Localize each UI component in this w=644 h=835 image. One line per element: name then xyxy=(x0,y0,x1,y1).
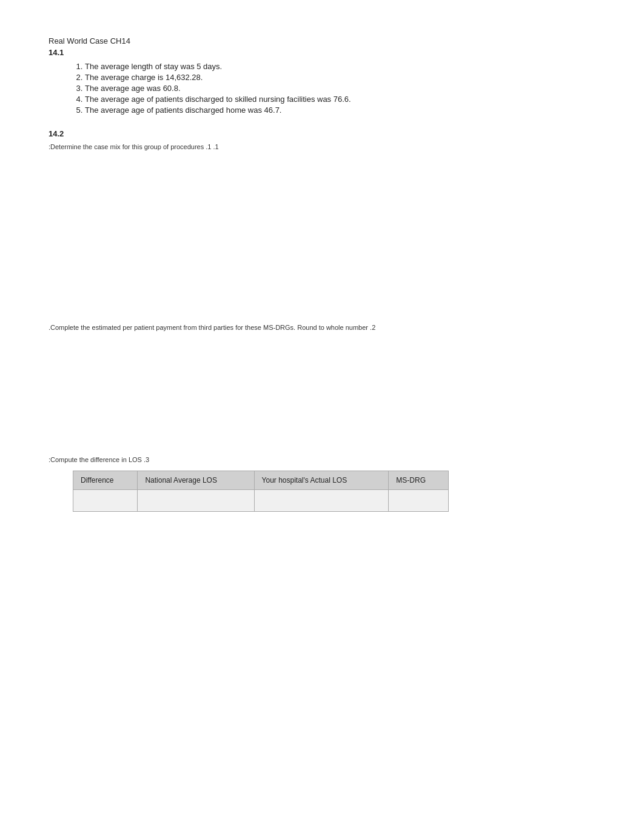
los-table: Difference National Average LOS Your hos… xyxy=(73,471,449,512)
instruction-case-mix: :Determine the case mix for this group o… xyxy=(49,143,595,150)
cell-difference xyxy=(73,490,138,512)
real-world-title: Real World Case CH14 xyxy=(49,36,595,45)
section-14-2-label: 14.2 xyxy=(49,129,595,138)
list-item-4: The average age of patients discharged t… xyxy=(85,95,595,104)
col-header-national-avg-los: National Average LOS xyxy=(138,471,254,490)
cell-actual-los xyxy=(254,490,389,512)
instruction-payment: .Complete the estimated per patient paym… xyxy=(49,324,595,331)
col-header-difference: Difference xyxy=(73,471,138,490)
list-item-5: The average age of patients discharged h… xyxy=(85,106,595,115)
table-row xyxy=(73,490,449,512)
cell-ms-drg xyxy=(389,490,449,512)
col-header-ms-drg: MS-DRG xyxy=(389,471,449,490)
section-14-1-label: 14.1 xyxy=(49,48,595,57)
list-item-2: The average charge is 14,632.28. xyxy=(85,73,595,82)
instruction-los: :Compute the difference in LOS .3 xyxy=(49,456,595,463)
section-14-1-list: The average length of stay was 5 days. T… xyxy=(85,62,595,115)
col-header-actual-los: Your hospital's Actual LOS xyxy=(254,471,389,490)
list-item-3: The average age was 60.8. xyxy=(85,84,595,93)
list-item-1: The average length of stay was 5 days. xyxy=(85,62,595,71)
cell-national-avg xyxy=(138,490,254,512)
